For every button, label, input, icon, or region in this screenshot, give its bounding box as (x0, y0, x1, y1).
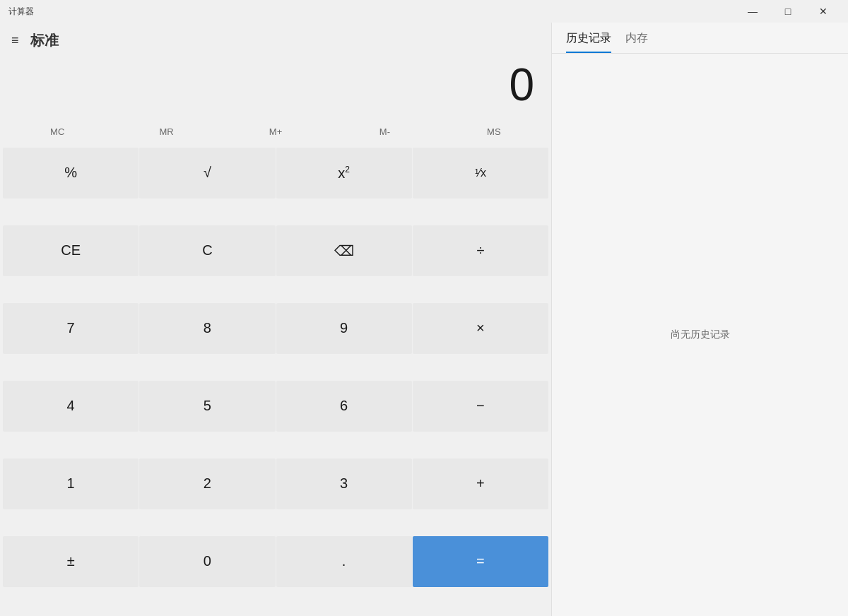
panel-content: 尚无历史记录 (552, 54, 848, 616)
six-button[interactable]: 6 (276, 381, 412, 432)
five-button[interactable]: 5 (139, 381, 275, 432)
calc-display: 0 (0, 58, 551, 112)
mplus-button[interactable]: M+ (221, 119, 330, 145)
close-button[interactable]: ✕ (807, 1, 840, 21)
multiply-button[interactable]: × (413, 303, 548, 354)
title-bar: 计算器 — □ ✕ (0, 0, 848, 23)
four-button[interactable]: 4 (3, 381, 139, 432)
three-button[interactable]: 3 (276, 458, 412, 509)
eight-button[interactable]: 8 (139, 303, 275, 354)
two-button[interactable]: 2 (139, 458, 275, 509)
nine-button[interactable]: 9 (276, 303, 412, 354)
display-value: 0 (17, 58, 534, 112)
panel-tabs: 历史记录 内存 (552, 23, 848, 54)
tab-memory[interactable]: 内存 (625, 31, 648, 53)
mc-button[interactable]: MC (3, 119, 112, 145)
decimal-button[interactable]: . (276, 536, 412, 587)
menu-icon[interactable]: ≡ (11, 33, 19, 48)
minimize-button[interactable]: — (736, 1, 769, 21)
one-button[interactable]: 1 (3, 458, 139, 509)
empty-history-message: 尚无历史记录 (671, 328, 730, 341)
equals-button[interactable]: = (413, 536, 548, 587)
app-title: 计算器 (8, 6, 34, 18)
calc-header: ≡ 标准 (0, 23, 551, 58)
tab-history[interactable]: 历史记录 (566, 31, 611, 53)
seven-button[interactable]: 7 (3, 303, 139, 354)
add-button[interactable]: + (413, 458, 548, 509)
window-controls: — □ ✕ (736, 1, 840, 21)
main-container: ≡ 标准 0 MC MR M+ M- MS % √ x2 ¹∕x CE C ⌫ … (0, 23, 848, 616)
negate-button[interactable]: ± (3, 536, 139, 587)
percent-button[interactable]: % (3, 148, 139, 199)
ms-button[interactable]: MS (440, 119, 548, 145)
subtract-button[interactable]: − (413, 381, 548, 432)
divide-button[interactable]: ÷ (413, 225, 548, 276)
ce-button[interactable]: CE (3, 225, 139, 276)
button-grid: % √ x2 ¹∕x CE C ⌫ ÷ 7 8 9 × 4 5 6 − 1 2 … (0, 148, 551, 616)
mminus-button[interactable]: M- (330, 119, 439, 145)
zero-button[interactable]: 0 (139, 536, 275, 587)
maximize-button[interactable]: □ (772, 1, 804, 21)
sqrt-button[interactable]: √ (139, 148, 275, 199)
backspace-button[interactable]: ⌫ (276, 225, 412, 276)
calc-mode-title: 标准 (30, 31, 59, 50)
square-button[interactable]: x2 (276, 148, 412, 199)
clear-button[interactable]: C (139, 225, 275, 276)
mr-button[interactable]: MR (112, 119, 220, 145)
reciprocal-button[interactable]: ¹∕x (413, 148, 548, 199)
memory-row: MC MR M+ M- MS (0, 119, 551, 145)
calculator-panel: ≡ 标准 0 MC MR M+ M- MS % √ x2 ¹∕x CE C ⌫ … (0, 23, 551, 616)
right-panel: 历史记录 内存 尚无历史记录 (551, 23, 848, 616)
